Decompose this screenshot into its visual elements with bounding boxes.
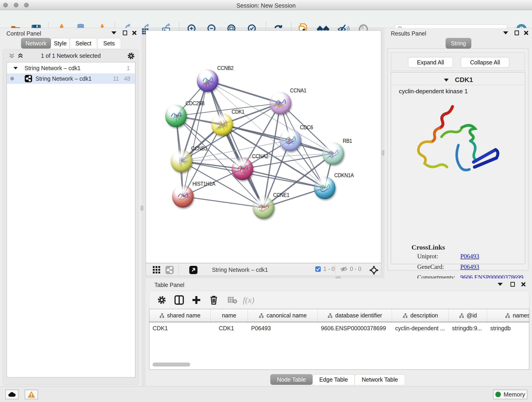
column-header[interactable]: shared name xyxy=(149,309,210,322)
gene-description: cyclin-dependent kinase 1 xyxy=(399,88,468,95)
column-type-icon xyxy=(459,313,464,318)
open-external-icon[interactable] xyxy=(189,266,198,274)
network-edge[interactable] xyxy=(222,124,333,153)
hidden-eye-icon xyxy=(340,266,348,272)
network-node-cdc25b[interactable] xyxy=(165,105,187,127)
table-settings-gear-icon[interactable] xyxy=(156,294,168,306)
panel-dropdown-icon[interactable] xyxy=(496,281,504,288)
network-node-label: CDC6 xyxy=(300,124,313,131)
gear-icon[interactable] xyxy=(127,52,135,60)
network-node-label: HIST1H1A xyxy=(192,181,215,187)
column-header[interactable]: name xyxy=(210,309,248,322)
expand-all-button[interactable]: Expand All xyxy=(408,57,453,68)
collection-label: String Network – cdk1 xyxy=(25,65,81,71)
warning-button[interactable] xyxy=(25,390,38,399)
selected-count-indicator[interactable]: 1 - 0 xyxy=(315,266,335,272)
network-node-ccnb2[interactable] xyxy=(197,70,218,92)
tab-edge-table[interactable]: Edge Table xyxy=(312,374,355,385)
memory-button[interactable]: Memory xyxy=(493,390,527,399)
function-builder-icon[interactable]: f(x) xyxy=(243,294,254,306)
network-node-rb1[interactable] xyxy=(322,142,344,165)
tab-node-table[interactable]: Node Table xyxy=(270,374,312,385)
horizontal-scrollbar-thumb[interactable] xyxy=(152,363,190,366)
panel-close-icon[interactable] xyxy=(519,281,527,288)
gene-card: CDK1 cyclin-dependent kinase 1 CrossLink… xyxy=(391,72,525,264)
column-header[interactable]: database identifier xyxy=(318,309,392,322)
column-header-label: shared name xyxy=(167,312,201,319)
column-type-icon xyxy=(159,313,165,318)
toolbar-separator xyxy=(178,265,179,274)
network-collection-row[interactable]: String Network – cdk1 1 xyxy=(7,63,135,73)
cloud-button[interactable] xyxy=(5,390,19,399)
network-canvas[interactable]: CCNB2CCNA1CDC25BCDK1CDC6RB1CCNB1CCNA2CDK… xyxy=(146,31,381,263)
panel-dropdown-icon[interactable] xyxy=(110,29,118,36)
column-header[interactable]: namespace xyxy=(487,309,529,322)
collapse-all-button[interactable]: Collapse All xyxy=(461,57,509,68)
results-panel-title: Results Panel xyxy=(391,30,426,37)
network-node-ccne1[interactable] xyxy=(253,196,274,219)
panel-float-icon[interactable] xyxy=(513,29,520,36)
panel-dropdown-icon[interactable] xyxy=(502,29,510,36)
birdseye-grid-icon[interactable] xyxy=(152,266,161,274)
tab-network[interactable]: Network xyxy=(21,38,51,49)
network-node-cdk1[interactable] xyxy=(211,113,233,136)
crosslink-link[interactable]: P06493 xyxy=(460,263,479,270)
table-cell: P06493 xyxy=(248,325,318,332)
network-label: String Network – cdk1 xyxy=(36,75,92,82)
crosslink-link[interactable]: P06493 xyxy=(460,253,479,260)
network-node-hist1h1a[interactable] xyxy=(172,185,194,208)
column-header[interactable]: description xyxy=(392,309,449,322)
tree-expander-icon[interactable] xyxy=(13,66,18,70)
control-panel-title: Control Panel xyxy=(6,30,41,37)
add-column-icon[interactable] xyxy=(190,294,202,306)
tab-select[interactable]: Select xyxy=(70,38,97,49)
gene-card-header[interactable]: CDK1 xyxy=(392,75,525,85)
table-row[interactable]: CDK1CDK1P064939606.ENSP00000378699cyclin… xyxy=(149,322,529,334)
delete-table-icon[interactable] xyxy=(226,294,238,306)
column-header[interactable]: canonical name xyxy=(248,309,318,322)
column-header-label: database identifier xyxy=(335,312,382,319)
crosslinks-title: CrossLinks xyxy=(412,243,445,251)
table-cell: cyclin-dependent ... xyxy=(392,325,449,332)
network-edge[interactable] xyxy=(242,169,325,188)
left-splitter-handle[interactable] xyxy=(140,205,143,211)
network-share-icon xyxy=(25,75,32,83)
protein-structure-image xyxy=(405,100,506,192)
tab-network-table[interactable]: Network Table xyxy=(355,374,405,385)
network-node-ccna2[interactable] xyxy=(232,158,253,180)
network-node-ccnb1[interactable] xyxy=(171,150,192,172)
network-edge[interactable] xyxy=(183,196,264,208)
network-node-ccna1[interactable] xyxy=(270,92,291,114)
network-row-selected[interactable]: String Network – cdk1 11 48 xyxy=(7,73,135,84)
tab-style[interactable]: Style xyxy=(51,38,70,49)
table-cell: 9606.ENSP00000378699 xyxy=(318,325,392,332)
tab-string[interactable]: String xyxy=(446,38,471,49)
panel-close-icon[interactable] xyxy=(522,29,530,36)
network-node-cdkn1a[interactable] xyxy=(314,177,336,199)
column-header[interactable]: @id xyxy=(449,309,487,322)
network-edge[interactable] xyxy=(208,81,280,103)
show-columns-icon[interactable] xyxy=(173,294,185,306)
panel-float-icon[interactable] xyxy=(509,281,516,288)
node-table: shared namenamecanonical namedatabase id… xyxy=(149,309,529,370)
column-type-icon xyxy=(327,313,333,318)
panel-close-icon[interactable] xyxy=(130,29,138,36)
column-type-icon xyxy=(505,313,510,318)
hidden-count-indicator[interactable]: 0 - 0 xyxy=(340,266,361,272)
column-type-icon xyxy=(403,313,408,318)
network-node-count: 11 xyxy=(113,75,119,82)
cloud-icon xyxy=(8,392,16,397)
delete-column-icon[interactable] xyxy=(208,294,220,306)
toolbar-separator xyxy=(335,265,336,274)
warning-icon xyxy=(27,391,35,398)
pan-crosshair-icon[interactable] xyxy=(369,266,379,275)
column-header-label: name xyxy=(222,312,236,319)
tab-sets[interactable]: Sets xyxy=(97,38,121,49)
share-view-icon[interactable] xyxy=(165,266,174,274)
panel-float-icon[interactable] xyxy=(121,29,129,36)
network-tab-content: 1 of 1 Network selected String Network –… xyxy=(3,49,139,385)
window-titlebar: Session: New Session xyxy=(0,0,532,10)
gene-expander-icon[interactable] xyxy=(443,78,449,82)
network-node-label: CCNB2 xyxy=(217,65,234,71)
network-node-cdc6[interactable] xyxy=(279,129,301,151)
